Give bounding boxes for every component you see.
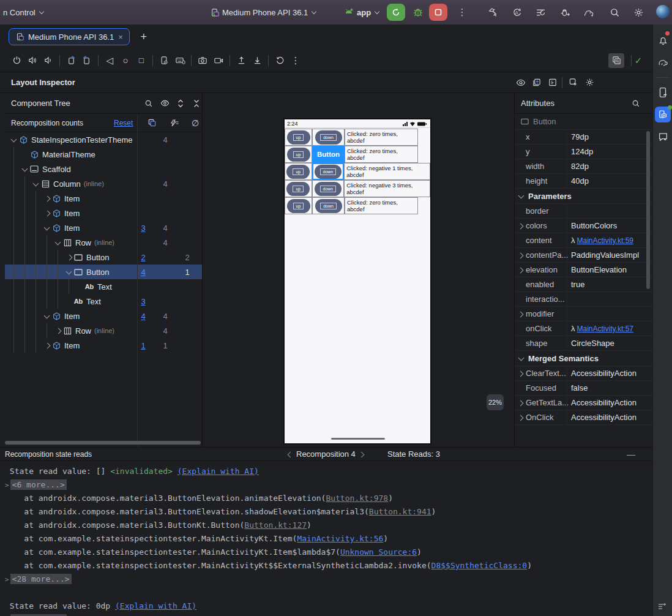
screen-record-button[interactable] [211,53,226,69]
tree-expander[interactable] [21,162,30,176]
rerun-button[interactable] [387,4,405,21]
debug-button[interactable] [409,4,427,21]
source-link[interactable]: Button.kt:941 [369,507,431,516]
copy-counts-icon[interactable] [147,118,157,127]
notifications-button[interactable] [653,29,672,51]
source-link[interactable]: MainActivity.kt:57 [577,325,633,333]
volume-down-button[interactable] [40,53,56,69]
attr-row-interactio[interactable]: interactio... [515,292,652,307]
tree-expander[interactable] [43,206,52,220]
attr-row-elevation[interactable]: elevationButtonElevation [515,263,652,277]
tree-expander[interactable] [32,176,41,191]
tree-expander[interactable] [43,309,52,323]
recomposition-count[interactable]: 4 [132,268,154,277]
stop-button[interactable] [429,4,447,21]
expand-chevron-icon[interactable]: > [5,481,9,489]
user-avatar[interactable] [656,5,670,18]
attr-row-enabled[interactable]: enabledtrue [515,277,652,292]
build-button[interactable] [485,4,501,20]
running-devices-button[interactable] [653,81,672,103]
tree-expander[interactable] [10,132,19,147]
tree-expander[interactable] [65,250,74,265]
new-tab-button[interactable]: + [136,29,152,45]
reset-counts-link[interactable]: Reset [114,119,133,127]
inspector-settings-button[interactable] [581,75,597,90]
view-options-button[interactable] [513,75,529,90]
attr-row-modifier[interactable]: modifier [515,307,652,321]
version-control-menu[interactable]: n Control [3,8,45,17]
up-button[interactable]: up [287,130,310,145]
tree-row-row[interactable]: Row(inline)4 [5,235,202,250]
rotate-right-button[interactable] [79,53,95,69]
attr-row-x[interactable]: x79dp [515,130,652,145]
attributes-search-button[interactable] [628,96,644,111]
run-more-actions-button[interactable]: ⋮ [454,4,470,20]
expand-chevron-icon[interactable]: > [5,576,9,584]
rotate-left-button[interactable] [63,53,79,69]
attr-row-colors[interactable]: colorsButtonColors [515,219,652,233]
select-component-button[interactable] [566,75,581,90]
ai-actions-button[interactable]: A [509,4,525,20]
power-button[interactable] [9,53,24,69]
tree-expander[interactable] [54,235,63,250]
minimize-panel-icon[interactable]: — [627,449,635,459]
tree-row-column[interactable]: Column(inline)4 [5,176,202,191]
console-options-button[interactable] [657,601,668,611]
layout-inspector-toggle-button[interactable] [608,53,624,68]
attr-row-content[interactable]: contentλMainActivity.kt:59 [515,233,652,248]
tree-expander[interactable] [65,265,74,279]
gradle-sync-button[interactable] [581,4,597,20]
attr-row-height[interactable]: height40dp [515,174,652,189]
source-link[interactable]: (Explain with AI) [115,601,196,610]
device-selector[interactable]: Medium Phone API 36.1 [210,8,317,17]
screenshot-button[interactable] [195,53,211,69]
collapsed-frames-chip[interactable]: <6 more...> [10,479,67,490]
tree-row-item[interactable]: Item [5,206,202,220]
tree-row-item[interactable]: Item11 [5,338,202,353]
tree-row-materialtheme[interactable]: MaterialTheme [5,147,202,162]
next-recomposition-button[interactable] [359,451,365,457]
down-button[interactable]: down [315,165,342,179]
zoom-level-badge[interactable]: 22% [487,394,504,410]
attributes-scrollbar[interactable] [646,131,650,289]
source-link[interactable]: D8$$SyntheticClass:0 [431,561,528,570]
component-tree-options-button[interactable] [545,75,561,90]
attr-row-gettextla[interactable]: GetTextLa...AccessibilityAction [515,396,652,410]
tree-row-text[interactable]: AbText3 [5,294,202,309]
tree-row-item[interactable]: Item34 [5,220,202,235]
attach-debugger-button[interactable] [557,4,573,20]
tree-row-row[interactable]: Row(inline)4 [5,323,202,338]
attr-row-onclick[interactable]: onClickλMainActivity.kt:57 [515,321,652,336]
tree-row-scaffold[interactable]: Scaffold [5,162,202,176]
source-link[interactable]: (Explain with AI) [177,467,259,476]
up-button[interactable]: up [286,182,310,196]
down-button[interactable]: down [315,182,342,196]
tree-visibility-button[interactable] [157,96,173,111]
snapshot-restore-button[interactable] [272,53,288,69]
down-button[interactable]: down [315,199,342,213]
tree-row-button[interactable]: Button22 [5,250,202,265]
close-icon[interactable]: × [118,32,123,42]
attr-section-merged-semantics[interactable]: Merged Semantics [515,351,652,366]
tree-expander[interactable] [54,323,63,338]
source-link[interactable]: Button.kt:127 [244,520,307,530]
attr-row-focused[interactable]: Focusedfalse [515,381,652,396]
tree-row-item[interactable]: Item [5,191,202,206]
settings-button[interactable] [630,4,646,20]
tree-row-button[interactable]: Button41 [5,265,202,279]
tab-medium-phone[interactable]: Medium Phone API 36.1 × [9,28,130,45]
attr-row-cleartext[interactable]: ClearText...AccessibilityAction [515,366,652,381]
attr-row-shape[interactable]: shapeCircleShape [515,336,652,351]
hide-system-nodes-icon[interactable]: ∅ [192,118,199,128]
collapsed-frames-chip[interactable]: <28 more...> [10,574,72,584]
tree-row-item[interactable]: Item44 [5,309,202,323]
up-button[interactable]: up [287,199,310,213]
tree-expander[interactable] [43,338,52,353]
attr-row-onclick[interactable]: OnClickAccessibilityAction [515,410,652,425]
recomposition-count[interactable]: 2 [132,253,154,262]
upload-button[interactable] [233,53,249,69]
tree-row-stateinspectiontestertheme[interactable]: StateInspectionTesterTheme4 [5,132,202,147]
recomposition-count[interactable]: 1 [132,341,154,350]
emulator-more-button[interactable]: ⋮ [288,53,304,69]
attr-row-contentpa[interactable]: contentPa...PaddingValuesImpl [515,248,652,263]
